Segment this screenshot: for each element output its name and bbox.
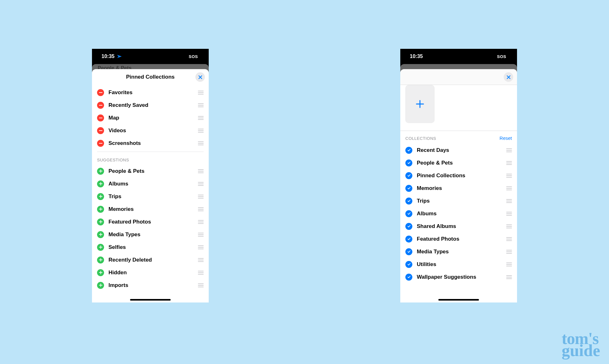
collections-list: Recent DaysPeople & PetsPinned Collectio… xyxy=(400,143,517,303)
drag-handle-icon[interactable] xyxy=(197,271,204,275)
drag-handle-icon[interactable] xyxy=(197,129,204,133)
collection-row[interactable]: Media Types xyxy=(400,245,517,258)
enabled-toggle[interactable] xyxy=(405,274,412,281)
drag-handle-icon[interactable] xyxy=(506,275,512,279)
suggestion-row[interactable]: Media Types xyxy=(92,228,209,241)
drag-handle-icon[interactable] xyxy=(197,283,204,287)
close-icon xyxy=(507,75,511,79)
collection-row[interactable]: Shared Albums xyxy=(400,220,517,233)
remove-button[interactable] xyxy=(97,140,104,147)
pinned-row[interactable]: Map xyxy=(92,112,209,124)
add-button[interactable] xyxy=(97,180,104,187)
enabled-toggle[interactable] xyxy=(405,210,412,217)
remove-button[interactable] xyxy=(97,89,104,96)
drag-handle-icon[interactable] xyxy=(506,186,512,190)
drag-handle-icon[interactable] xyxy=(197,182,204,186)
drag-handle-icon[interactable] xyxy=(506,161,512,165)
suggestion-row[interactable]: Memories xyxy=(92,203,209,216)
drag-handle-icon[interactable] xyxy=(506,212,512,216)
drag-handle-icon[interactable] xyxy=(506,174,512,178)
drag-handle-icon[interactable] xyxy=(197,195,204,198)
pinned-row[interactable]: Recently Saved xyxy=(92,99,209,112)
plus-icon xyxy=(99,283,102,287)
drag-handle-icon[interactable] xyxy=(197,258,204,262)
home-indicator[interactable] xyxy=(130,299,171,301)
drag-handle-icon[interactable] xyxy=(197,91,204,94)
suggestion-row[interactable]: Featured Photos xyxy=(92,216,209,228)
suggestion-row[interactable]: Imports xyxy=(92,279,209,292)
drag-handle-icon[interactable] xyxy=(506,237,512,241)
suggestion-row[interactable]: Trips xyxy=(92,190,209,203)
add-button[interactable] xyxy=(97,168,104,175)
suggestion-row[interactable]: Albums xyxy=(92,178,209,190)
drag-handle-icon[interactable] xyxy=(506,250,512,254)
reset-button[interactable]: Reset xyxy=(500,135,512,141)
phone-left: 10:35 SOS People & Pets Pinned Collectio… xyxy=(92,49,209,302)
enabled-toggle[interactable] xyxy=(405,198,412,205)
add-button[interactable] xyxy=(97,269,104,276)
drag-handle-icon[interactable] xyxy=(506,224,512,228)
suggestions-label: SUGGESTIONS xyxy=(92,152,209,165)
collection-row[interactable]: Wallpaper Suggestions xyxy=(400,271,517,283)
phone-right: 10:35 SOS xyxy=(400,49,517,302)
pinned-row[interactable]: Videos xyxy=(92,124,209,137)
enabled-toggle[interactable] xyxy=(405,147,412,154)
drag-handle-icon[interactable] xyxy=(197,169,204,173)
enabled-toggle[interactable] xyxy=(405,223,412,230)
close-button[interactable] xyxy=(504,72,513,82)
row-label: Screenshots xyxy=(108,140,193,146)
row-label: Pinned Collections xyxy=(417,172,501,179)
collection-row[interactable]: Utilities xyxy=(400,258,517,271)
add-button[interactable] xyxy=(97,206,104,213)
remove-button[interactable] xyxy=(97,114,104,121)
sheet-header: Pinned Collections xyxy=(92,69,209,85)
remove-button[interactable] xyxy=(97,102,104,109)
collection-row[interactable]: Recent Days xyxy=(400,144,517,157)
drag-handle-icon[interactable] xyxy=(506,148,512,152)
add-button[interactable] xyxy=(97,282,104,289)
drag-handle-icon[interactable] xyxy=(197,141,204,145)
drag-handle-icon[interactable] xyxy=(197,207,204,211)
home-indicator[interactable] xyxy=(438,299,479,301)
suggestion-row[interactable]: Selfies xyxy=(92,241,209,254)
collection-row[interactable]: Featured Photos xyxy=(400,233,517,245)
remove-button[interactable] xyxy=(97,127,104,134)
add-button[interactable] xyxy=(97,257,104,263)
plus-icon xyxy=(99,195,102,198)
drag-handle-icon[interactable] xyxy=(197,116,204,120)
enabled-toggle[interactable] xyxy=(405,159,412,166)
row-label: Selfies xyxy=(108,244,193,250)
checkmark-icon xyxy=(407,250,411,253)
drag-handle-icon[interactable] xyxy=(197,220,204,224)
add-button[interactable] xyxy=(97,231,104,238)
add-button[interactable] xyxy=(97,218,104,225)
enabled-toggle[interactable] xyxy=(405,236,412,243)
suggestion-row[interactable]: People & Pets xyxy=(92,165,209,178)
add-button[interactable] xyxy=(97,244,104,251)
collection-row[interactable]: People & Pets xyxy=(400,157,517,169)
close-button[interactable] xyxy=(195,72,205,82)
suggestion-row[interactable]: Hidden xyxy=(92,266,209,279)
pinned-row[interactable]: Favorites xyxy=(92,86,209,99)
enabled-toggle[interactable] xyxy=(405,172,412,179)
add-collection-tile[interactable] xyxy=(405,85,435,123)
add-button[interactable] xyxy=(97,193,104,200)
add-tile-area xyxy=(400,85,517,131)
drag-handle-icon[interactable] xyxy=(197,233,204,237)
drag-handle-icon[interactable] xyxy=(197,245,204,249)
status-sos: SOS xyxy=(497,54,506,59)
row-label: Albums xyxy=(417,211,501,217)
enabled-toggle[interactable] xyxy=(405,261,412,268)
collection-row[interactable]: Memories xyxy=(400,182,517,195)
suggestion-row[interactable]: Recently Deleted xyxy=(92,254,209,266)
drag-handle-icon[interactable] xyxy=(506,263,512,266)
collection-row[interactable]: Trips xyxy=(400,195,517,207)
plus-icon xyxy=(99,220,102,224)
drag-handle-icon[interactable] xyxy=(197,103,204,107)
collection-row[interactable]: Pinned Collections xyxy=(400,169,517,182)
collection-row[interactable]: Albums xyxy=(400,207,517,220)
enabled-toggle[interactable] xyxy=(405,248,412,255)
drag-handle-icon[interactable] xyxy=(506,199,512,203)
pinned-row[interactable]: Screenshots xyxy=(92,137,209,150)
enabled-toggle[interactable] xyxy=(405,185,412,192)
